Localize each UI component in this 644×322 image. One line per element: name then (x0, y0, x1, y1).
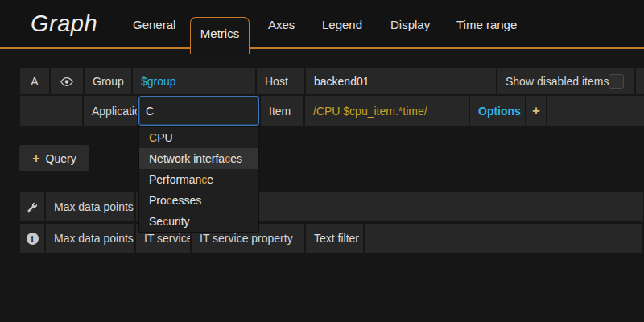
tab-axes[interactable]: Axes (268, 0, 295, 49)
panel-editor: Graph General Axes Legend Display Time r… (0, 0, 644, 322)
tab-metrics[interactable]: Metrics (190, 17, 250, 54)
item-value[interactable]: /CPU $cpu_item.*time/ (305, 96, 469, 126)
tab-general[interactable]: General (133, 0, 175, 49)
editor-header: Graph General Axes Legend Display Time r… (0, 0, 644, 49)
add-query-label: Query (46, 152, 76, 165)
query-row-2: Application C Item /CPU $cpu_item.*time/… (20, 96, 644, 126)
show-disabled-label: Show disabled items (506, 75, 609, 88)
plus-icon: + (532, 103, 540, 119)
typeahead-item-performance[interactable]: Performance (139, 169, 258, 190)
tab-time-range[interactable]: Time range (456, 0, 517, 49)
max-datapoints-label: Max data points (46, 192, 134, 221)
info-row: i Max data points IT services IT service… (20, 224, 642, 253)
eye-icon (60, 76, 74, 87)
typeahead-item-security[interactable]: Security (139, 211, 258, 232)
query-row-1: A Group $group Host backend01 Show disab… (20, 68, 644, 94)
application-input-value: C (146, 105, 154, 118)
application-input[interactable]: C (138, 96, 259, 126)
info-max-datapoints-label: Max data points (46, 224, 134, 253)
info-row-trailing-cell (365, 224, 642, 253)
panel-title: Graph (31, 10, 97, 37)
group-value[interactable]: $group (133, 68, 255, 94)
info-icon: i (27, 233, 39, 245)
host-label: Host (257, 68, 304, 94)
application-label: Application (84, 96, 137, 126)
tab-display[interactable]: Display (390, 0, 430, 49)
row-end-spacer (636, 68, 644, 94)
wrench-icon-cell (20, 192, 44, 221)
max-datapoints-row: Max data points (20, 192, 643, 221)
visibility-toggle[interactable] (51, 68, 83, 94)
typeahead-item-cpu[interactable]: CPU (139, 127, 258, 148)
info-icon-cell: i (20, 224, 44, 253)
show-disabled-checkbox[interactable] (609, 74, 624, 89)
row2-empty-cell (20, 96, 82, 126)
add-query-button[interactable]: + Query (19, 145, 89, 171)
typeahead-dropdown: CPU Network interfaces Performance Proce… (138, 126, 259, 233)
show-disabled-cell: Show disabled items (497, 68, 634, 94)
group-label: Group (85, 68, 131, 94)
typeahead-item-processes[interactable]: Processes (139, 190, 258, 211)
text-filter-cell[interactable]: Text filter (306, 224, 363, 253)
wrench-icon (27, 201, 38, 213)
text-cursor (155, 105, 155, 117)
row2-trailing-cell (547, 96, 644, 126)
query-letter[interactable]: A (20, 68, 49, 94)
typeahead-item-network-interfaces[interactable]: Network interfaces (139, 148, 258, 169)
plus-icon: + (32, 151, 39, 166)
item-label: Item (261, 96, 303, 126)
host-value[interactable]: backend01 (306, 68, 496, 94)
add-metric-button[interactable]: + (526, 96, 546, 126)
options-button[interactable]: Options (470, 96, 525, 126)
tab-legend[interactable]: Legend (322, 0, 362, 49)
